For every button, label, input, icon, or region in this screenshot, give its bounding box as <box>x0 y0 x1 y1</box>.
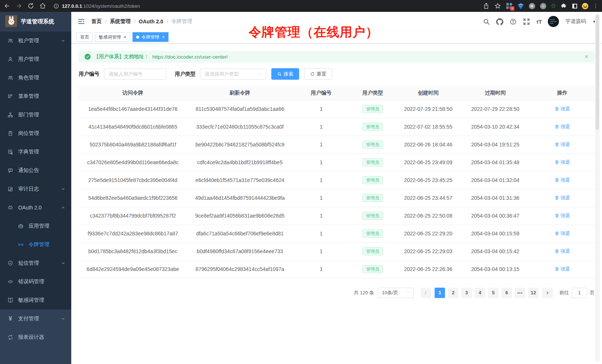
page-button-1[interactable]: 1 <box>435 288 445 298</box>
table-row: b0d1785bc3a8482f812db4a3f3bd15ecb0df4980… <box>79 242 595 260</box>
sidebar-item-dict[interactable]: 字典管理 <box>0 143 71 161</box>
force-logout-button[interactable]: 强退 <box>554 212 570 219</box>
breadcrumb-item[interactable]: 首页 <box>91 18 102 25</box>
scrollbar-thumb[interactable] <box>596 15 599 130</box>
user-type-cell: 管理员 <box>350 207 396 225</box>
force-logout-button[interactable]: 强退 <box>554 177 570 183</box>
sidebar-item-menu[interactable]: 菜单管理 <box>0 87 71 106</box>
extension-puzzle-icon[interactable] <box>561 3 567 9</box>
breadcrumb-item[interactable]: OAuth 2.0 <box>139 19 163 24</box>
sidebar-item-oauth2-app[interactable]: 应用管理 <box>0 217 71 235</box>
browser-back-icon[interactable] <box>4 3 10 9</box>
page-ellipsis[interactable]: ••• <box>515 288 525 298</box>
search-button-label: 搜索 <box>284 71 293 77</box>
force-logout-button[interactable]: 强退 <box>554 230 570 237</box>
site-info-icon[interactable] <box>53 3 59 9</box>
extension-emoji-icon[interactable] <box>582 3 588 9</box>
next-page-button[interactable] <box>542 288 553 298</box>
user-type-select[interactable]: 请选择用户类型 <box>200 69 266 80</box>
tab-close-icon[interactable]: ✕ <box>123 35 127 40</box>
access-token-cell: 41c41346a548490f9dc8b01c6bfe0865 <box>79 118 187 136</box>
page-button-6[interactable]: 6 <box>501 288 512 298</box>
extension-circle-icon[interactable] <box>540 3 546 9</box>
reset-button[interactable]: 重置 <box>304 68 332 80</box>
page-list: 123456•••12 <box>433 288 540 298</box>
sidebar-item-notice[interactable]: 通知公告 <box>0 161 71 180</box>
app-logo-bar[interactable]: 芋道管理系统 <box>0 12 71 32</box>
font-size-icon[interactable]: ᴛT <box>536 19 542 25</box>
tab-首页[interactable]: 首页 <box>76 32 93 42</box>
sidebar-item-audit[interactable]: 审计日志 <box>0 180 71 198</box>
tab-敏感词管理[interactable]: 敏感词管理✕ <box>95 32 130 42</box>
browser-menu-icon[interactable]: ⋮ <box>593 3 598 9</box>
page-button-5[interactable]: 5 <box>488 288 498 298</box>
force-logout-button[interactable]: 强退 <box>554 248 570 255</box>
github-icon[interactable] <box>496 18 503 25</box>
sidebar-item-dept[interactable]: 部门管理 <box>0 106 71 124</box>
sidebar-item-post[interactable]: 岗位管理 <box>0 124 71 143</box>
extension-gem-icon[interactable] <box>517 3 524 9</box>
browser-reload-icon[interactable] <box>27 3 34 9</box>
created-time-cell: 2022-06-25 22:26:36 <box>396 260 461 278</box>
breadcrumb-item[interactable]: 系统管理 <box>110 18 131 25</box>
action-cell: 强退 <box>530 118 595 136</box>
sidebar-item-label: 短信管理 <box>18 260 39 267</box>
extension-command-icon[interactable]: ⌘ <box>529 3 535 9</box>
sidebar-item-pay[interactable]: ¥支付管理 <box>0 310 71 328</box>
sidebar-item-tenant[interactable]: 租户管理 <box>0 32 71 50</box>
force-logout-button[interactable]: 强退 <box>554 106 570 112</box>
page-button-4[interactable]: 4 <box>475 288 485 298</box>
created-time-cell: 2022-06-25 23:44:57 <box>396 189 461 207</box>
scrollbar[interactable] <box>595 13 600 362</box>
avatar[interactable] <box>548 16 559 27</box>
created-time-cell: 2022-07-29 21:58:50 <box>396 100 461 118</box>
browser-forward-icon[interactable] <box>16 3 22 9</box>
search-icon[interactable] <box>483 18 490 25</box>
tab-close-icon[interactable]: ✕ <box>161 35 165 40</box>
user-name[interactable]: 芋道源码 <box>565 18 586 25</box>
sidebar-item-errcode[interactable]: 错误码管理 <box>0 272 71 291</box>
force-logout-button[interactable]: 强退 <box>554 195 570 201</box>
goto-page-input[interactable] <box>572 288 587 298</box>
force-logout-button[interactable]: 强退 <box>554 123 570 130</box>
search-button[interactable]: 搜索 <box>271 68 299 80</box>
chevron-down-icon <box>61 317 65 321</box>
extension-sidebar-icon[interactable] <box>572 4 577 9</box>
bookmark-star-icon[interactable] <box>494 3 501 9</box>
prev-page-button[interactable] <box>421 288 431 298</box>
expired-time-cell: 2054-03-10 20:42:34 <box>461 118 530 136</box>
table-row: 502375b8040a469a9b82188afdf6af1fbe90422b… <box>79 136 595 153</box>
fullscreen-icon[interactable] <box>523 18 530 25</box>
sidebar-collapse-icon[interactable] <box>77 17 85 26</box>
help-icon[interactable] <box>510 18 517 25</box>
sidebar-item-sms[interactable]: 短信管理 <box>0 254 71 272</box>
app-title: 芋道管理系统 <box>21 18 54 25</box>
sidebar-item-oauth2-token[interactable]: 令牌管理 <box>0 235 71 254</box>
sidebar-item-report[interactable]: 报表设计器 <box>0 328 71 347</box>
sidebar-item-oauth2[interactable]: OAuth 2.0 <box>0 198 71 217</box>
user-id-input[interactable] <box>104 69 166 80</box>
extension-star-icon[interactable]: ✩ <box>551 3 556 9</box>
browser-home-icon[interactable] <box>39 3 46 9</box>
page-size-select[interactable]: 10条/页 <box>378 288 414 298</box>
address-bar[interactable]: 127.0.0.1:1024/system/oauth2/token <box>53 3 478 9</box>
share-icon[interactable] <box>483 3 490 9</box>
page-button-2[interactable]: 2 <box>448 288 458 298</box>
action-cell: 强退 <box>530 207 595 225</box>
doc-link[interactable]: https://doc.iocoder.cn/user-center/ <box>153 54 228 60</box>
alert-close-icon[interactable]: ✕ <box>584 54 589 60</box>
sidebar-item-role[interactable]: 角色管理 <box>0 69 71 87</box>
page-button-12[interactable]: 12 <box>528 288 539 298</box>
sidebar-item-user[interactable]: 用户管理 <box>0 50 71 69</box>
sidebar-item-sensitive[interactable]: 敏感词管理 <box>0 291 71 310</box>
goto-label: 前往 <box>559 289 569 296</box>
tab-令牌管理[interactable]: 令牌管理✕ <box>132 32 169 42</box>
table-row: 6d842e2924594de9a09e45e087323abe8796295f… <box>79 260 595 278</box>
page-button-3[interactable]: 3 <box>461 288 472 298</box>
force-logout-button[interactable]: 强退 <box>554 159 570 166</box>
extension-grid-icon[interactable]: 9 <box>506 3 513 9</box>
chevron-down-icon <box>61 187 65 191</box>
force-logout-button[interactable]: 强退 <box>554 266 570 272</box>
force-logout-button[interactable]: 强退 <box>554 141 570 148</box>
reset-button-label: 重置 <box>317 71 326 77</box>
